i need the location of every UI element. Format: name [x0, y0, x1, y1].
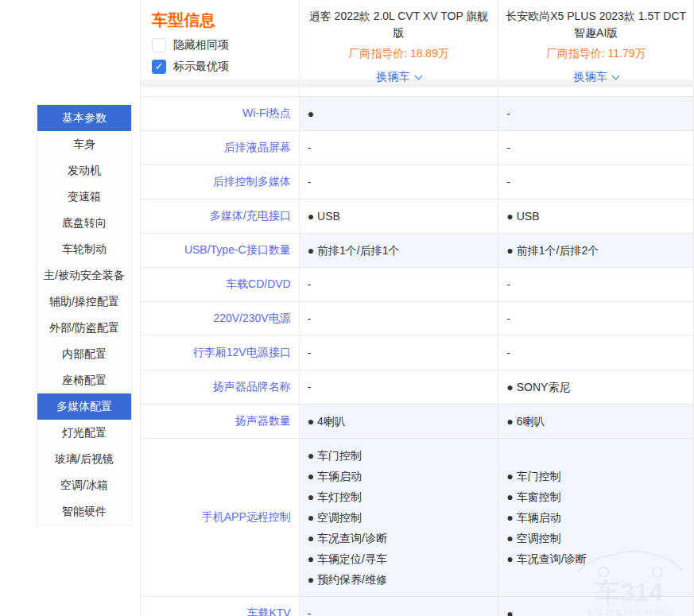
hide-same-option[interactable]: 隐藏相同项	[152, 38, 299, 52]
sidebar-item-车身[interactable]: 车身	[37, 131, 131, 157]
spec-label[interactable]: 手机APP远程控制	[141, 439, 300, 596]
chevron-down-icon	[611, 72, 619, 80]
spec-value-line: ● 车况查询/诊断	[308, 528, 498, 548]
spec-value-line: -	[308, 138, 498, 158]
spec-label[interactable]: 扬声器品牌名称	[141, 370, 300, 404]
spec-label[interactable]: 车载KTV	[141, 597, 300, 616]
table-header: 车型信息 隐藏相同项 ✓ 标示最优项 逍客 2022款 2.0L CVT XV …	[141, 0, 694, 79]
spec-rows: Wi-Fi热点●-后排液晶屏幕--后排控制多媒体--多媒体/充电接口● USB●…	[141, 97, 694, 616]
spec-value-line: ● 车况查询/诊断	[506, 548, 693, 569]
switch-car-link[interactable]: 换辆车	[574, 70, 618, 84]
spec-label[interactable]: 多媒体/充电接口	[141, 200, 300, 233]
sidebar-item-灯光配置[interactable]: 灯光配置	[37, 420, 131, 446]
spec-row-扬声器数量: 扬声器数量● 4喇叭● 6喇叭	[141, 405, 694, 439]
spec-label[interactable]: Wi-Fi热点	[141, 97, 300, 130]
spec-row-220V/230V电源: 220V/230V电源--	[141, 302, 694, 336]
spec-value-car2: -	[498, 131, 694, 165]
spec-value-car2: -	[498, 302, 694, 335]
spec-value-line: -	[308, 274, 498, 295]
spec-value-line: -	[506, 138, 693, 158]
spec-row-多媒体/充电接口: 多媒体/充电接口● USB● USB	[141, 200, 694, 234]
spec-value-line: -	[308, 343, 498, 363]
spec-row-手机APP远程控制: 手机APP远程控制● 车门控制● 车辆启动● 车灯控制● 空调控制● 车况查询/…	[141, 439, 694, 597]
spec-value-line: ● 预约保养/维修	[308, 569, 498, 590]
spec-label[interactable]: 行李厢12V电源接口	[141, 336, 300, 370]
spec-value-line: ● 空调控制	[506, 528, 693, 548]
spec-label[interactable]: 后排控制多媒体	[141, 165, 300, 199]
spec-value-line: ● SONY索尼	[506, 377, 693, 397]
spec-value-line: -	[506, 103, 693, 124]
spec-value-car2: -	[498, 97, 694, 130]
sidebar-item-底盘转向[interactable]: 底盘转向	[37, 210, 131, 236]
spec-value-car1: -	[300, 370, 499, 404]
car-header-1: 逍客 2022款 2.0L CVT XV TOP 旗舰版厂商指导价: 18.89…	[300, 0, 499, 79]
spec-value-car2: -	[498, 268, 694, 301]
spec-value-car1: -	[300, 131, 499, 165]
spec-value-car2: ● 车门控制● 车窗控制● 车辆启动● 空调控制● 车况查询/诊断	[498, 439, 694, 596]
spec-value-car1: -	[300, 302, 499, 335]
spec-value-line: ● 车门控制	[308, 445, 498, 466]
page-title: 车型信息	[152, 10, 299, 31]
spec-value-car1: -	[300, 165, 499, 199]
spec-row-后排控制多媒体: 后排控制多媒体--	[141, 165, 694, 200]
hide-same-label: 隐藏相同项	[173, 38, 229, 52]
spec-value-line: ● 车门控制	[506, 466, 693, 486]
compare-table: 车型信息 隐藏相同项 ✓ 标示最优项 逍客 2022款 2.0L CVT XV …	[140, 0, 694, 616]
spec-row-扬声器品牌名称: 扬声器品牌名称-● SONY索尼	[141, 370, 694, 405]
spec-value-line: ● 空调控制	[308, 507, 498, 528]
spec-value-line: ● 车辆启动	[506, 507, 693, 528]
spec-value-car1: ● 车门控制● 车辆启动● 车灯控制● 空调控制● 车况查询/诊断● 车辆定位/…	[300, 439, 499, 596]
spec-row-后排液晶屏幕: 后排液晶屏幕--	[141, 131, 694, 165]
spec-label[interactable]: 扬声器数量	[141, 405, 300, 438]
spec-value-car2: -	[498, 165, 694, 199]
car-header-2: 长安欧尚X5 PLUS 2023款 1.5T DCT智趣AI版厂商指导价: 11…	[498, 0, 694, 79]
sidebar-item-玻璃/后视镜[interactable]: 玻璃/后视镜	[37, 446, 131, 472]
sidebar-item-内部配置[interactable]: 内部配置	[37, 341, 131, 367]
spec-row-Wi-Fi热点: Wi-Fi热点●-	[141, 97, 694, 131]
spec-value-car1: ● 前排1个/后排1个	[300, 234, 499, 267]
sidebar-item-多媒体配置[interactable]: 多媒体配置	[37, 393, 131, 420]
spec-value-line: -	[506, 308, 693, 329]
sidebar-item-智能硬件[interactable]: 智能硬件	[37, 498, 131, 525]
sidebar-item-座椅配置[interactable]: 座椅配置	[37, 367, 131, 393]
spec-value-car2: -	[498, 336, 694, 370]
spec-value-line: -	[506, 343, 693, 363]
switch-car-link[interactable]: 换辆车	[377, 70, 421, 84]
sidebar-item-主/被动安全装备[interactable]: 主/被动安全装备	[37, 262, 131, 289]
sidebar-item-车轮制动[interactable]: 车轮制动	[37, 236, 131, 262]
sidebar-item-变速箱[interactable]: 变速箱	[37, 184, 131, 210]
spec-value-line: -	[308, 172, 498, 192]
car-name: 逍客 2022款 2.0L CVT XV TOP 旗舰版	[307, 8, 491, 41]
car-price: 厂商指导价: 11.79万	[546, 47, 646, 61]
spec-value-line: ● 6喇叭	[506, 411, 693, 432]
sidebar-item-辅助/操控配置[interactable]: 辅助/操控配置	[37, 289, 131, 315]
hide-same-checkbox[interactable]	[152, 38, 166, 52]
spec-label[interactable]: USB/Type-C接口数量	[141, 234, 300, 267]
clipped-row	[141, 87, 694, 97]
spec-value-car2: ● 前排1个/后排2个	[498, 234, 694, 267]
spec-label[interactable]: 220V/230V电源	[141, 302, 300, 335]
spec-value-line: -	[506, 274, 693, 295]
sidebar-item-发动机[interactable]: 发动机	[37, 157, 131, 184]
spec-value-car1: -	[300, 268, 499, 301]
sidebar-item-空调/冰箱[interactable]: 空调/冰箱	[37, 472, 131, 498]
mark-best-option[interactable]: ✓ 标示最优项	[152, 60, 299, 74]
spec-row-USB/Type-C接口数量: USB/Type-C接口数量● 前排1个/后排1个● 前排1个/后排2个	[141, 234, 694, 268]
spec-value-car2: ●	[498, 597, 694, 616]
spec-value-car2: ● SONY索尼	[498, 370, 694, 404]
spec-value-line: -	[506, 172, 693, 192]
sidebar-item-外部/防盗配置[interactable]: 外部/防盗配置	[37, 315, 131, 341]
mark-best-label: 标示最优项	[173, 60, 229, 74]
spec-value-car1: ● USB	[300, 200, 499, 233]
spec-value-car1: ● 4喇叭	[300, 405, 499, 438]
spec-value-car2: ● 6喇叭	[498, 405, 694, 438]
spec-value-line: ● 车窗控制	[506, 486, 693, 507]
spec-row-车载CD/DVD: 车载CD/DVD--	[141, 268, 694, 302]
spec-label[interactable]: 车载CD/DVD	[141, 268, 300, 301]
spec-label[interactable]: 后排液晶屏幕	[141, 131, 300, 165]
spec-value-car1: -	[300, 597, 499, 616]
spec-value-car1: -	[300, 336, 499, 370]
spec-value-line: ●	[308, 103, 498, 124]
mark-best-checkbox[interactable]: ✓	[152, 60, 166, 74]
sidebar-item-基本参数[interactable]: 基本参数	[37, 105, 131, 131]
